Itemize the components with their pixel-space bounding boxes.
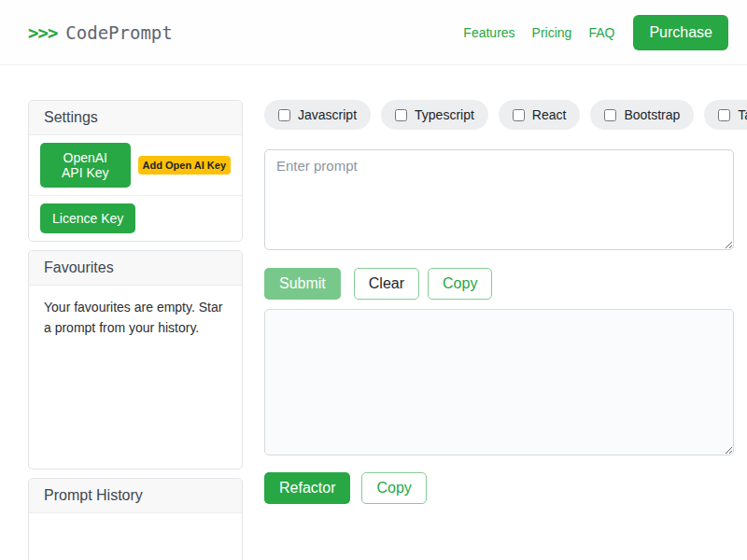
framework-pill-label: Tailwind (738, 107, 747, 122)
framework-pill-bootstrap[interactable]: Bootstrap (590, 100, 694, 130)
prompt-history-list (29, 513, 242, 560)
framework-pill-label: Javascript (298, 107, 357, 122)
javascript-checkbox[interactable] (278, 109, 290, 121)
framework-toggle-row: Javascript Typescript React Bootstrap Ta… (264, 100, 734, 130)
sidebar: Settings OpenAI API Key Add Open AI Key … (28, 100, 243, 560)
licence-key-row: Licence Key (29, 196, 242, 241)
page-body: Settings OpenAI API Key Add Open AI Key … (0, 65, 747, 560)
framework-pill-label: Typescript (415, 107, 474, 122)
purchase-button[interactable]: Purchase (633, 15, 728, 50)
app-logo: >>> CodePrompt (28, 22, 173, 43)
licence-key-button[interactable]: Licence Key (40, 203, 135, 233)
app-name: CodePrompt (65, 22, 172, 43)
framework-pill-label: Bootstrap (624, 107, 680, 122)
settings-card: Settings OpenAI API Key Add Open AI Key … (28, 100, 243, 242)
output-textarea[interactable] (264, 309, 734, 455)
framework-pill-javascript[interactable]: Javascript (264, 100, 371, 130)
tailwind-checkbox[interactable] (718, 109, 730, 121)
react-checkbox[interactable] (513, 109, 525, 121)
framework-pill-typescript[interactable]: Typescript (381, 100, 488, 130)
chevrons-logo-icon: >>> (28, 22, 57, 43)
copy-output-button[interactable]: Copy (361, 472, 426, 504)
header-nav: Features Pricing FAQ Purchase (446, 15, 728, 50)
openai-key-row: OpenAI API Key Add Open AI Key (29, 135, 242, 196)
bootstrap-checkbox[interactable] (604, 109, 616, 121)
prompt-history-card-title: Prompt History (29, 479, 242, 513)
add-openai-key-badge: Add Open AI Key (138, 156, 231, 175)
nav-link-faq[interactable]: FAQ (588, 25, 614, 40)
prompt-actions-row: Submit Clear Copy (264, 268, 734, 300)
submit-button[interactable]: Submit (264, 268, 341, 300)
nav-link-pricing[interactable]: Pricing (532, 25, 572, 40)
main-content: Javascript Typescript React Bootstrap Ta… (264, 100, 734, 504)
prompt-input[interactable] (264, 149, 734, 250)
favourites-card: Favourites Your favourites are empty. St… (28, 250, 243, 469)
favourites-card-title: Favourites (29, 251, 242, 286)
header: >>> CodePrompt Features Pricing FAQ Purc… (0, 0, 747, 65)
framework-pill-label: React (532, 107, 567, 122)
copy-prompt-button[interactable]: Copy (428, 268, 492, 300)
typescript-checkbox[interactable] (395, 109, 407, 121)
settings-card-title: Settings (29, 101, 242, 135)
favourites-empty-message: Your favourites are empty. Star a prompt… (29, 286, 242, 469)
clear-button[interactable]: Clear (354, 268, 419, 300)
output-actions-row: Refactor Copy (264, 472, 734, 504)
prompt-history-card: Prompt History (28, 478, 243, 560)
framework-pill-tailwind[interactable]: Tailwind (704, 100, 747, 130)
framework-pill-react[interactable]: React (499, 100, 581, 130)
openai-api-key-button[interactable]: OpenAI API Key (40, 143, 131, 188)
nav-link-features[interactable]: Features (463, 25, 514, 40)
refactor-button[interactable]: Refactor (264, 472, 350, 504)
